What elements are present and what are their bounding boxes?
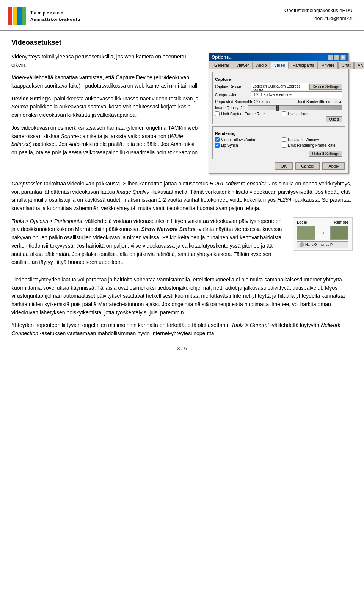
rendering-left: Video Follows Audio Lip-Synch — [215, 137, 276, 149]
org-email: eedutuki@tamk.fi — [284, 15, 353, 23]
compression-row: Compression: H.261 software encoder — [215, 91, 342, 98]
limit-capture-checkbox[interactable] — [215, 111, 220, 116]
arrow-icon: → — [320, 229, 326, 236]
resizable-window-checkbox[interactable] — [282, 137, 286, 142]
limit-rendering-label: Limit Rendering Frame Rate — [288, 143, 336, 148]
default-settings-row: Default Settings — [215, 151, 342, 157]
use-scaling-checkbox[interactable] — [282, 111, 286, 116]
rendering-checkboxes: Video Follows Audio Lip-Synch — [215, 137, 342, 149]
dialog-title-bar: Options... _ □ ✕ — [209, 53, 348, 61]
org-name: Opetusteknologiakeskus eEDU — [284, 7, 353, 15]
tab-chat[interactable]: Chat — [338, 62, 354, 69]
bandwidth-requested: Requested Bandwidth: 227 kbps — [215, 100, 270, 104]
logo-area: Tampereen Ammattikorkeakoulu — [8, 7, 81, 25]
para-2-video: Video — [11, 74, 25, 80]
lip-synch-label: Lip-Synch — [221, 143, 238, 148]
dialog-body: Capture Capture Device: Logitech QuickCa… — [209, 69, 348, 173]
tab-vnc[interactable]: VNC — [354, 62, 364, 69]
options-dialog: Options... _ □ ✕ General Viewer Audio Vi… — [209, 53, 349, 174]
image-quality-label: Image Quality: 24 — [215, 106, 245, 110]
left-column: Videoyhteys toimii yleensä perusasetuksi… — [11, 53, 201, 174]
resizable-window-label: Resizable Window — [288, 138, 319, 142]
dialog-tabs: General Viewer Audio Video Participants … — [209, 61, 348, 69]
para-4: Jos videokuvasi on esimerkiksi tasaisen … — [11, 124, 201, 157]
local-video-thumb — [297, 226, 315, 240]
school-name-line1: Tampereen — [30, 9, 81, 16]
compression-label: Compression: — [215, 93, 249, 97]
ok-btn[interactable]: OK — [275, 162, 293, 170]
p-label: P — [330, 243, 333, 247]
apply-btn[interactable]: Apply — [322, 162, 345, 170]
limit-rendering-checkbox[interactable] — [282, 143, 286, 148]
tab-audio[interactable]: Audio — [253, 62, 270, 69]
right-checkboxes: Use scaling Use s — [282, 111, 342, 121]
limit-capture-label: Limit Capture Frame Rate — [221, 112, 265, 116]
compression-value: H.261 software encoder — [251, 91, 342, 98]
para-8: Yhteyden nopeuteen liittyvien ongelmien … — [11, 321, 353, 338]
capture-label: Capture — [215, 77, 342, 82]
local-remote-image: Local Remote → Hans Öhman ... P — [293, 217, 353, 251]
dialog-screenshot: Options... _ □ ✕ General Viewer Audio Vi… — [209, 53, 353, 174]
dialog-title: Options... — [212, 55, 232, 60]
tab-video[interactable]: Video — [271, 62, 289, 69]
school-name-line2: Ammattikorkeakoulu — [30, 16, 81, 23]
user-badge: Hans Öhman ... P — [297, 241, 348, 248]
use-scaling-row: Use scaling — [282, 111, 342, 116]
rendering-section: Rendering Video Follows Audio Lip-Synch — [212, 126, 345, 159]
resizable-window-row: Resizable Window — [282, 137, 342, 142]
para-5: Compression tarkoittaa videokuvan pakkau… — [11, 180, 353, 213]
capture-section: Capture Capture Device: Logitech QuickCa… — [212, 72, 345, 124]
svg-rect-3 — [22, 7, 26, 25]
capture-device-value: Logitech QuickCam Express (WDM) — [251, 83, 308, 90]
limit-capture-row: Limit Capture Frame Rate — [215, 111, 276, 116]
limit-rendering-row: Limit Rendering Frame Rate — [282, 143, 342, 148]
page-header: Tampereen Ammattikorkeakoulu Opetustekno… — [0, 0, 364, 31]
checkboxes-area: Limit Capture Frame Rate Use scaling Use… — [215, 111, 342, 121]
school-name: Tampereen Ammattikorkeakoulu — [30, 9, 81, 23]
para-3: Device Settings -painikkeesta aukeavassa… — [11, 95, 201, 119]
dialog-title-controls: _ □ ✕ — [328, 55, 346, 60]
rendering-right: Resizable Window Limit Rendering Frame R… — [282, 137, 342, 149]
para-6-section: Local Remote → Hans Öhman ... P Tools > … — [11, 217, 353, 271]
local-label: Local — [297, 220, 307, 225]
para-2: Video-välilehdeltä kannattaa varmistaa, … — [11, 74, 201, 90]
lip-synch-checkbox[interactable] — [215, 143, 220, 148]
lip-synch-row: Lip-Synch — [215, 143, 276, 148]
main-content: Videoasetukset Videoyhteys toimii yleens… — [0, 39, 364, 363]
svg-rect-2 — [17, 7, 22, 25]
device-settings-btn[interactable]: Device Settings — [309, 84, 342, 90]
tab-private[interactable]: Private — [318, 62, 338, 69]
image-quality-slider[interactable] — [248, 105, 342, 110]
image-quality-row: Image Quality: 24 — [215, 105, 342, 110]
bandwidth-used: Used Bandwidth: not active — [297, 100, 342, 104]
capture-device-row: Capture Device: Logitech QuickCam Expres… — [215, 83, 342, 90]
para-3-device-settings: Device Settings — [11, 96, 51, 102]
remote-label: Remote — [334, 220, 348, 225]
minimize-btn[interactable]: _ — [328, 55, 333, 60]
tab-participants[interactable]: Participants — [289, 62, 317, 69]
tab-general[interactable]: General — [211, 62, 232, 69]
use-s-btn[interactable]: Use s — [326, 116, 342, 122]
video-follows-audio-checkbox[interactable] — [215, 137, 220, 142]
maximize-btn[interactable]: □ — [334, 55, 339, 60]
local-remote-labels: Local Remote — [297, 220, 348, 225]
dialog-bottom-buttons: OK Cancel Apply — [212, 162, 345, 170]
user-name: Hans Öhman ... — [305, 243, 329, 247]
use-scaling-label: Use scaling — [288, 112, 308, 116]
slider-handle — [276, 105, 279, 111]
capture-device-label: Capture Device: — [215, 85, 249, 89]
rendering-label: Rendering — [215, 131, 342, 136]
bandwidth-row: Requested Bandwidth: 227 kbps Used Bandw… — [215, 100, 342, 104]
close-btn[interactable]: ✕ — [340, 55, 346, 60]
svg-rect-1 — [13, 7, 17, 25]
top-section: Videoyhteys toimii yleensä perusasetuksi… — [11, 53, 353, 174]
default-settings-btn[interactable]: Default Settings — [309, 151, 342, 157]
tab-viewer[interactable]: Viewer — [233, 62, 252, 69]
video-follows-audio-row: Video Follows Audio — [215, 137, 276, 142]
remote-video-thumb — [330, 226, 348, 240]
page-number: 3 / 6 — [11, 345, 353, 351]
local-remote-box: → — [297, 226, 348, 240]
cancel-btn[interactable]: Cancel — [295, 162, 320, 170]
page-title: Videoasetukset — [11, 39, 353, 47]
svg-rect-0 — [8, 7, 12, 25]
